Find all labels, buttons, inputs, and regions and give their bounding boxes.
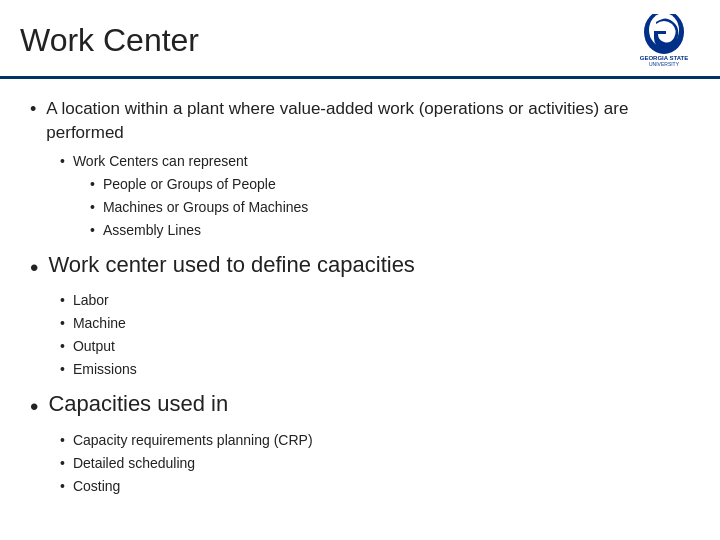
section-2-items: • Labor • Machine • Output • Emissions bbox=[30, 290, 690, 380]
sub-item-bullet-2: • bbox=[90, 197, 95, 218]
section-3-main-row: • Capacities used in bbox=[30, 390, 690, 424]
section-2-main-row: • Work center used to define capacities bbox=[30, 251, 690, 285]
section-2: • Work center used to define capacities … bbox=[30, 251, 690, 381]
sub-item-bullet-3: • bbox=[90, 220, 95, 241]
s3-item-3: Costing bbox=[73, 476, 120, 497]
list-item: • Detailed scheduling bbox=[60, 453, 690, 474]
section-1-sub-bullet: • bbox=[60, 151, 65, 172]
section-3-bullet: • bbox=[30, 390, 38, 424]
section-3-items: • Capacity requirements planning (CRP) •… bbox=[30, 430, 690, 497]
list-item: • Machines or Groups of Machines bbox=[90, 197, 690, 218]
s2-item-3: Output bbox=[73, 336, 115, 357]
s2-item-1: Labor bbox=[73, 290, 109, 311]
list-item: • Machine bbox=[60, 313, 690, 334]
section-1-bullet: • bbox=[30, 97, 36, 122]
s3-item-1: Capacity requirements planning (CRP) bbox=[73, 430, 313, 451]
s2-item-4: Emissions bbox=[73, 359, 137, 380]
page-title: Work Center bbox=[20, 22, 199, 59]
s2-bullet-2: • bbox=[60, 313, 65, 334]
gsu-logo-icon: GEORGIA STATE UNIVERSITY bbox=[628, 14, 700, 66]
section-1-sub-items: • People or Groups of People • Machines … bbox=[60, 174, 690, 241]
list-item: • Emissions bbox=[60, 359, 690, 380]
section-1-sub: • Work Centers can represent • People or… bbox=[30, 151, 690, 241]
list-item: • Output bbox=[60, 336, 690, 357]
sub-item-text-2: Machines or Groups of Machines bbox=[103, 197, 308, 218]
header: Work Center GEORGIA STATE UNIVERSITY bbox=[0, 0, 720, 79]
s3-bullet-2: • bbox=[60, 453, 65, 474]
s2-bullet-4: • bbox=[60, 359, 65, 380]
section-1-sub-label: Work Centers can represent bbox=[73, 151, 248, 172]
sub-item-bullet-1: • bbox=[90, 174, 95, 195]
s2-item-2: Machine bbox=[73, 313, 126, 334]
s3-bullet-3: • bbox=[60, 476, 65, 497]
s2-bullet-3: • bbox=[60, 336, 65, 357]
sub-item-text-3: Assembly Lines bbox=[103, 220, 201, 241]
list-item: • Capacity requirements planning (CRP) bbox=[60, 430, 690, 451]
s3-item-2: Detailed scheduling bbox=[73, 453, 195, 474]
section-1: • A location within a plant where value-… bbox=[30, 97, 690, 241]
section-1-main-row: • A location within a plant where value-… bbox=[30, 97, 690, 145]
sub-item-text-1: People or Groups of People bbox=[103, 174, 276, 195]
list-item: • People or Groups of People bbox=[90, 174, 690, 195]
section-2-text: Work center used to define capacities bbox=[48, 251, 414, 280]
section-1-sub-label-row: • Work Centers can represent bbox=[60, 151, 690, 172]
list-item: • Labor bbox=[60, 290, 690, 311]
svg-text:UNIVERSITY: UNIVERSITY bbox=[649, 61, 680, 66]
s2-bullet-1: • bbox=[60, 290, 65, 311]
section-3-text: Capacities used in bbox=[48, 390, 228, 419]
section-2-bullet: • bbox=[30, 251, 38, 285]
section-1-text: A location within a plant where value-ad… bbox=[46, 97, 690, 145]
list-item: • Assembly Lines bbox=[90, 220, 690, 241]
content-area: • A location within a plant where value-… bbox=[0, 79, 720, 521]
section-3: • Capacities used in • Capacity requirem… bbox=[30, 390, 690, 497]
logo-area: GEORGIA STATE UNIVERSITY bbox=[628, 14, 700, 66]
s3-bullet-1: • bbox=[60, 430, 65, 451]
list-item: • Costing bbox=[60, 476, 690, 497]
